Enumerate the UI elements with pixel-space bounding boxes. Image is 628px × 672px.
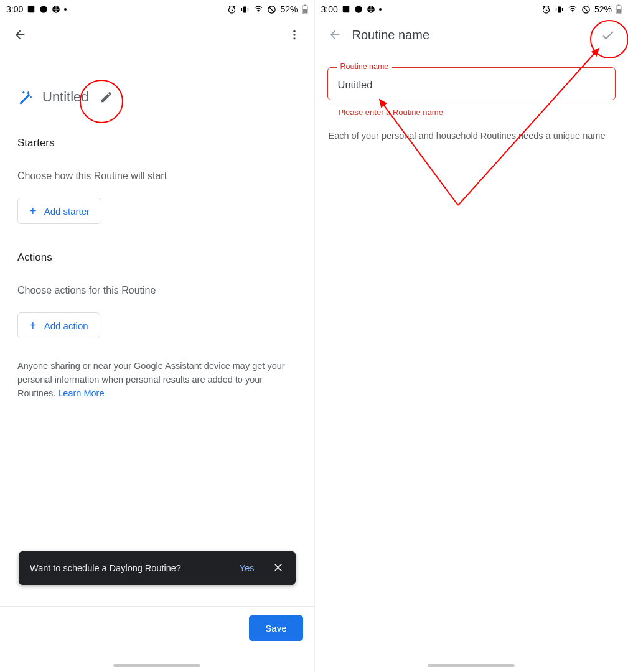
svg-line-23 xyxy=(380,100,458,205)
svg-line-24 xyxy=(458,49,599,205)
annotation-arrows xyxy=(0,0,628,672)
